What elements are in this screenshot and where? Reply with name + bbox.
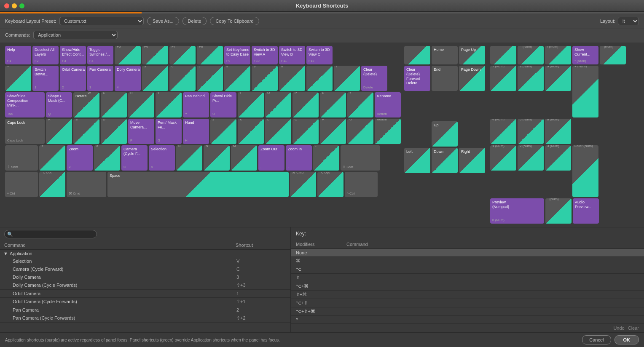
modifier-opt-row[interactable]: ⌥ <box>291 265 644 274</box>
key-f[interactable]: Move Camera... F <box>128 119 154 144</box>
key-f7[interactable]: F7 <box>169 46 196 64</box>
key-q[interactable]: Shape / Mask (C... Q <box>46 92 72 117</box>
key-equals[interactable]: ì <box>334 66 360 91</box>
key-pagedown[interactable]: Page Down <box>459 66 485 91</box>
key-numslash[interactable]: / (Num) <box>545 46 571 64</box>
list-item[interactable]: Dolly Camera 3 <box>0 273 290 281</box>
key-insert[interactable] <box>404 46 430 64</box>
key-num2[interactable]: 2 (Num) <box>518 145 544 171</box>
key-numminus[interactable]: - (Num) <box>600 46 626 64</box>
key-num4[interactable]: 4 (Num) <box>490 119 516 144</box>
modifier-ctrl-row[interactable]: ^ <box>291 316 644 324</box>
key-c[interactable]: Camera (Cycle F... C <box>121 145 148 171</box>
key-u[interactable]: Show/ Hide Pr... U <box>210 92 236 117</box>
list-item[interactable]: Selection V <box>0 257 290 265</box>
modifier-shift-row[interactable]: ⇧ <box>291 274 644 282</box>
key-7[interactable]: 7 <box>197 66 223 91</box>
key-y[interactable]: Pan Behind... Y <box>183 92 209 117</box>
key-f11[interactable]: Switch to 3D View B F11 <box>279 46 305 64</box>
key-semicolon[interactable]: Ô <box>292 119 319 144</box>
key-g[interactable]: Pen / Mask Fe... G <box>156 119 182 144</box>
key-k[interactable]: K <box>238 119 264 144</box>
key-r[interactable]: R <box>128 92 154 117</box>
key-o[interactable]: O <box>265 92 291 117</box>
key-pageup[interactable]: Page Up <box>459 46 485 64</box>
key-quote[interactable]: À <box>320 119 346 144</box>
key-cmd[interactable]: ⌘ Cmd <box>67 172 106 197</box>
key-f1[interactable]: Help F1 <box>5 46 31 64</box>
key-space[interactable]: Space <box>107 172 289 197</box>
key-num0[interactable]: Preview (Numpad)0 (Num) <box>490 198 544 224</box>
undo-button[interactable]: Undo <box>613 326 624 331</box>
key-f8[interactable]: F8 <box>197 46 223 64</box>
key-up[interactable]: Up <box>432 121 458 147</box>
list-item[interactable]: Pan Camera (Cycle Forwards) ⇧+2 <box>0 314 290 323</box>
key-rshift[interactable]: ⇧ Shift <box>341 145 380 171</box>
layout-select[interactable]: it <box>618 17 639 25</box>
key-d[interactable]: D <box>101 119 127 144</box>
key-rename[interactable]: Rename Return <box>375 92 401 117</box>
key-numenter[interactable]: Enter (Num) <box>572 145 598 197</box>
key-f4[interactable]: Toggle Switches /... F4 <box>87 46 113 64</box>
key-9[interactable]: 9 <box>252 66 278 91</box>
key-f10[interactable]: Switch to 3D View A F10 <box>252 46 278 64</box>
delete-button[interactable]: Delete <box>182 17 207 25</box>
key-open-bracket[interactable]: È <box>320 92 346 117</box>
clear-button[interactable]: Clear <box>628 326 639 331</box>
key-num1[interactable]: 1 (Num) <box>490 145 516 171</box>
modifier-none-row[interactable]: None <box>291 249 644 257</box>
key-w[interactable]: Rotate W <box>73 92 99 117</box>
key-t[interactable]: T <box>156 92 182 117</box>
key-right[interactable]: Right <box>459 148 485 173</box>
key-f5[interactable]: F5 <box>115 46 141 64</box>
list-item[interactable]: Orbit Camera (Cycle Forwards) ⇧+1 <box>0 298 290 306</box>
key-home[interactable]: Home <box>432 46 458 64</box>
key-numstar[interactable]: Show Current...* (Num) <box>572 46 598 64</box>
key-rctrl[interactable]: ^ Ctrl <box>345 172 378 197</box>
minimize-button[interactable] <box>12 3 17 8</box>
modifier-shift-cmd-row[interactable]: ⇧+⌘ <box>291 291 644 299</box>
key-m[interactable]: M <box>231 145 257 171</box>
key-numplus[interactable]: + (Num) <box>572 66 598 117</box>
key-f2[interactable]: Deselect All Layers F2 <box>32 46 59 64</box>
key-caps[interactable]: Caps Lock Caps Lock <box>5 119 45 144</box>
key-num7[interactable]: 7 (Num) <box>490 66 516 91</box>
list-item[interactable]: Dolly Camera (Cycle Forwards) ⇧+3 <box>0 281 290 290</box>
key-opt[interactable]: ⌥ Opt <box>39 172 65 197</box>
key-backslash[interactable]: Ù <box>347 119 373 144</box>
key-num5[interactable]: 5 (Num) <box>518 119 544 144</box>
key-f9[interactable]: Set Keyframe to Easy Ease F9 <box>224 46 250 64</box>
key-lessthan[interactable]: < <box>39 145 65 171</box>
key-i[interactable]: I <box>238 92 264 117</box>
key-numeq[interactable]: = (Num) <box>518 46 544 64</box>
key-8[interactable]: 8 <box>224 66 250 91</box>
key-a[interactable]: A <box>46 119 72 144</box>
key-delete[interactable]: Clear (Delete) Delete <box>361 66 387 91</box>
key-numdot[interactable]: . (Num) <box>545 198 572 224</box>
modifier-opt-shift-cmd-row[interactable]: ⌥+⇧+⌘ <box>291 307 644 316</box>
key-h[interactable]: Hand H <box>183 119 209 144</box>
modifier-cmd-row[interactable]: ⌘ <box>291 257 644 265</box>
key-2[interactable]: Orbit Camera 2 <box>60 66 86 91</box>
key-slash[interactable]: - <box>313 145 339 171</box>
key-f6[interactable]: F6 <box>142 46 168 64</box>
key-comma[interactable]: Zoom Out , <box>258 145 284 171</box>
key-1[interactable]: Switch Betwe... 1 <box>32 66 59 91</box>
commands-select[interactable]: Application <box>33 31 118 39</box>
key-numaudio[interactable]: Audio Preview... <box>573 198 599 224</box>
key-6[interactable]: 6 <box>169 66 196 91</box>
modifier-opt-cmd-row[interactable]: ⌥+⌘ <box>291 282 644 291</box>
key-num3[interactable]: 3 (Num) <box>545 145 571 171</box>
key-forwarddelete[interactable]: Clear (Delete) Forward Delete <box>404 66 430 91</box>
key-l[interactable]: L <box>265 119 291 144</box>
key-rcmd[interactable]: ⌘ Cmd <box>290 172 316 197</box>
modifier-opt-shift-row[interactable]: ⌥+⇧ <box>291 299 644 307</box>
key-5[interactable]: 5 <box>142 66 168 91</box>
cancel-button[interactable]: Cancel <box>582 335 611 344</box>
list-item[interactable]: Camera (Cycle Forward) C <box>0 265 290 273</box>
ok-button[interactable]: OK <box>614 335 639 344</box>
list-item[interactable]: Pan Camera 2 <box>0 306 290 314</box>
key-period[interactable]: Zoom In . <box>286 145 312 171</box>
key-b[interactable]: B <box>176 145 202 171</box>
key-e[interactable]: E <box>101 92 127 117</box>
